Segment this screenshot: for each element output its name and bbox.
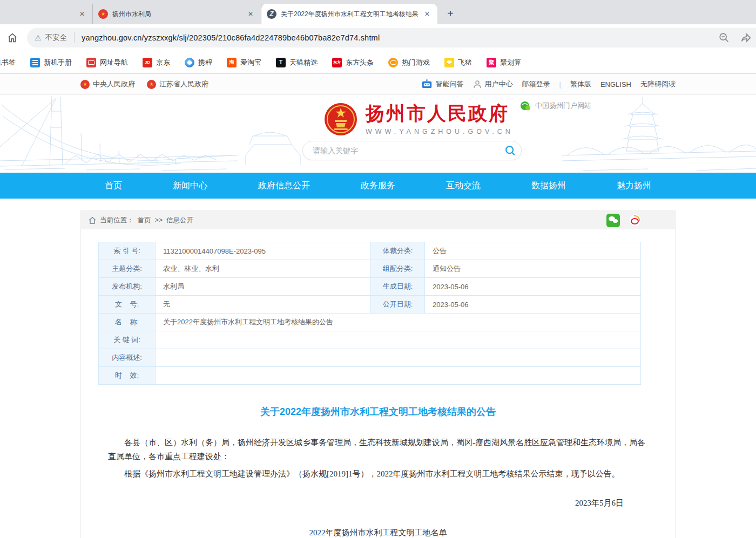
user-icon	[473, 80, 482, 88]
bookmarks-bar: 机书签 新机手册 网址导航 JD 京东 携程 淘 爱淘宝 T 天猫精选 东方 东…	[0, 51, 756, 74]
link-central-gov[interactable]: ★ 中央人民政府	[80, 79, 135, 89]
games-icon	[388, 58, 398, 67]
share-icon[interactable]	[740, 32, 752, 44]
bookmark-label: 爱淘宝	[240, 58, 261, 67]
close-icon[interactable]: ✕	[246, 9, 255, 19]
bookmark-dongfang[interactable]: 东方 东方头条	[332, 58, 374, 67]
traditional-chinese-link[interactable]: 繁体版	[570, 79, 591, 89]
ctrip-icon	[185, 58, 194, 67]
breadcrumb-prefix: 当前位置：	[100, 216, 134, 225]
meta-label: 主题分类:	[99, 260, 156, 278]
link-label: 用户中心	[485, 79, 513, 89]
bridge-sketch-left	[0, 95, 319, 173]
wechat-share-icon[interactable]	[606, 214, 620, 227]
not-secure-warning-icon: ⚠	[35, 33, 42, 42]
meta-label: 体裁分类:	[371, 242, 425, 260]
divider: |	[559, 80, 561, 88]
nav-charm-yangzhou[interactable]: 魅力扬州	[617, 180, 651, 192]
meta-value: 公告	[425, 242, 641, 260]
bookmark-jd[interactable]: JD 京东	[143, 58, 170, 67]
site-logo[interactable]: 扬州市人民政府 WWW.YANGZHOU.GOV.CN	[324, 103, 514, 136]
portal-badge[interactable]: 中国扬州门户网站	[520, 100, 591, 111]
tab-announcement-active[interactable]: Z 关于2022年度扬州市水利工程文明工地考核结果的公告 ✕	[261, 4, 437, 24]
link-jiangsu-gov[interactable]: ★ 江苏省人民政府	[147, 79, 208, 89]
bookmark-label: 携程	[198, 58, 212, 67]
bookmark-label: 机书签	[0, 58, 16, 67]
nav-data-yangzhou[interactable]: 数据扬州	[531, 180, 566, 192]
meta-value: 关于2022年度扬州市水利工程文明工地考核结果的公告	[156, 314, 641, 331]
search-input[interactable]	[303, 146, 500, 155]
browser-toolbar: ⚠ 不安全 yangzhou.gov.cn/yzszxxgk/slj/20230…	[0, 24, 756, 51]
bookmark-manual[interactable]: 新机手册	[30, 58, 72, 67]
bookmark-label: 聚划算	[500, 58, 521, 67]
tab-title: 扬州市水利局	[112, 10, 241, 19]
gov-emblem-icon: ★	[80, 80, 90, 89]
site-name: 扬州市人民政府	[366, 103, 514, 124]
meta-value: 通知公告	[425, 260, 641, 278]
gov-emblem-icon: ★	[98, 9, 108, 19]
gov-emblem-icon: ★	[147, 80, 156, 89]
bookmark-label: 天猫精选	[289, 58, 318, 67]
bookmark-taobao[interactable]: 淘 爱淘宝	[227, 58, 261, 67]
close-icon[interactable]: ✕	[422, 9, 432, 19]
home-icon[interactable]	[5, 31, 19, 45]
site-url: WWW.YANGZHOU.GOV.CN	[366, 128, 514, 135]
bookmark-ctrip[interactable]: 携程	[185, 58, 212, 67]
bookmark-label: 新机手册	[44, 58, 72, 67]
mail-login-link[interactable]: 邮箱登录	[522, 79, 550, 89]
juhuasuan-icon: 聚	[487, 58, 496, 67]
article: 关于2022年度扬州市水利工程文明工地考核结果的公告 各县（市、区）水利（务）局…	[81, 405, 675, 538]
divider	[74, 32, 75, 43]
close-icon[interactable]: ✕	[77, 9, 87, 19]
meta-value: 无	[156, 296, 371, 314]
nav-news-center[interactable]: 新闻中心	[173, 180, 207, 192]
meta-label: 生成日期:	[371, 278, 425, 296]
smart-qa-link[interactable]: 智能问答	[421, 79, 464, 89]
bookmark-juhuasuan[interactable]: 聚 聚划算	[487, 58, 521, 67]
tab-strip: ✕ ★ 扬州市水利局 ✕ Z 关于2022年度扬州市水利工程文明工地考核结果的公…	[0, 0, 756, 24]
bookmark-fliggy[interactable]: 飞猪	[444, 58, 472, 67]
meta-value: 农业、林业、水利	[156, 260, 371, 278]
article-paragraph: 各县（市、区）水利（务）局，扬州经济开发区城乡事务管理局，生态科技新城规划建设局…	[108, 435, 648, 464]
bookmark-url-nav[interactable]: 网址导航	[86, 58, 128, 67]
nav-services[interactable]: 政务服务	[361, 180, 395, 192]
address-bar[interactable]: ⚠ 不安全 yangzhou.gov.cn/yzszxxgk/slj/20230…	[27, 28, 756, 47]
tab-leftmost-partial[interactable]: ✕	[0, 4, 93, 24]
zoom-out-icon[interactable]	[718, 32, 730, 44]
bookmark-phone-bookmarks[interactable]: 机书签	[0, 58, 16, 67]
nav-gov-info[interactable]: 政府信息公开	[258, 180, 310, 192]
nav-home[interactable]: 首页	[105, 180, 122, 192]
bookmark-label: 东方头条	[346, 58, 374, 67]
accessibility-link[interactable]: 无障碍阅读	[640, 79, 676, 89]
security-label[interactable]: 不安全	[45, 33, 68, 43]
fliggy-pig-icon	[444, 58, 454, 67]
meta-value	[156, 331, 641, 349]
bookmark-tmall[interactable]: T 天猫精选	[276, 58, 318, 67]
meta-value: 水利局	[156, 278, 371, 296]
breadcrumb-home-link[interactable]: 首页	[138, 216, 151, 225]
user-center-link[interactable]: 用户中心	[473, 79, 513, 89]
dongfang-icon: 东方	[332, 58, 342, 67]
english-link[interactable]: ENGLISH	[600, 80, 631, 88]
site-logo-icon: Z	[267, 9, 276, 19]
bookmark-games[interactable]: 热门游戏	[388, 58, 430, 67]
breadcrumb-separator: >>	[155, 216, 163, 224]
nav-interaction[interactable]: 互动交流	[446, 180, 481, 192]
robot-icon	[421, 79, 433, 89]
url-text[interactable]: yangzhou.gov.cn/yzszxxgk/slj/202305/210c…	[82, 33, 380, 42]
link-label: 江苏省人民政府	[159, 79, 208, 89]
new-tab-button[interactable]: +	[443, 6, 458, 22]
breadcrumb-section-link[interactable]: 信息公开	[166, 216, 193, 225]
meta-label: 公开日期:	[371, 296, 425, 314]
meta-label: 名 称:	[99, 314, 156, 331]
search-button[interactable]	[500, 145, 521, 156]
browser-window: ✕ ★ 扬州市水利局 ✕ Z 关于2022年度扬州市水利工程文明工地考核结果的公…	[0, 0, 756, 74]
meta-label: 时 效:	[99, 367, 156, 385]
tab-water-bureau[interactable]: ★ 扬州市水利局 ✕	[93, 4, 261, 24]
meta-value	[156, 367, 641, 385]
weibo-share-icon[interactable]	[629, 214, 642, 227]
link-label: 中央人民政府	[93, 79, 135, 89]
link-label: 智能问答	[436, 79, 464, 89]
jd-icon: JD	[143, 58, 152, 67]
article-title: 关于2022年度扬州市水利工程文明工地考核结果的公告	[108, 405, 648, 418]
